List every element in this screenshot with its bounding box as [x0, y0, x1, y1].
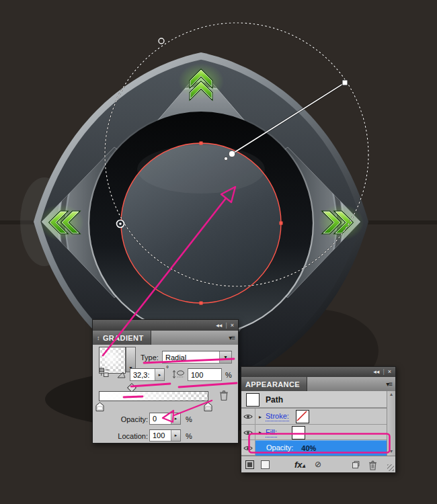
duplicate-item-icon[interactable]	[352, 460, 360, 469]
stop-location-value: 100	[150, 431, 171, 439]
stop-opacity-field[interactable]: 0 ▸	[149, 413, 181, 425]
location-stepper-icon[interactable]: ▸	[171, 430, 180, 441]
reverse-gradient-icon[interactable]	[99, 368, 110, 378]
fill-visibility-toggle[interactable]	[241, 425, 255, 440]
opacity-link[interactable]: Opacity:	[266, 444, 293, 453]
angle-icon	[117, 372, 126, 378]
appearance-panel: ◂◂ | × APPEARANCE ▾≡ Path	[241, 366, 396, 472]
fill-expander-icon[interactable]: ▸	[259, 429, 262, 435]
fx-label: fx	[294, 460, 303, 470]
stop-location-field[interactable]: 100 ▸	[149, 429, 181, 442]
spread-top-handle[interactable]	[159, 38, 164, 44]
tab-appearance[interactable]: APPEARANCE	[241, 377, 307, 391]
path-thumbnail	[246, 393, 260, 407]
type-value: Radial	[163, 353, 219, 362]
path-item-label: Path	[266, 395, 283, 405]
appearance-panel-title: APPEARANCE	[245, 380, 300, 388]
add-new-fill-icon[interactable]	[261, 460, 270, 469]
stop-opacity-value: 0	[150, 415, 171, 423]
type-select[interactable]: Radial ▾	[162, 351, 232, 364]
eye-icon	[243, 429, 253, 436]
appearance-row-fill[interactable]: ▸ Fill:	[241, 425, 395, 440]
center-circle-sheen	[137, 145, 265, 194]
scroll-down-icon[interactable]: ▾	[387, 448, 395, 454]
opacity-selected-row[interactable]: Opacity: 40%	[255, 440, 387, 456]
fill-link[interactable]: Fill:	[266, 428, 277, 437]
stroke-expander-icon[interactable]: ▸	[259, 414, 262, 420]
collapse-panel-icon[interactable]: ◂◂	[373, 369, 379, 375]
appearance-row-stroke[interactable]: ▸ Stroke:	[241, 409, 395, 425]
appearance-toolbar: fx▴ ⊘	[241, 456, 395, 472]
eye-icon	[243, 413, 253, 420]
type-label: Type:	[141, 353, 159, 362]
angle-value: 32,3:	[130, 371, 155, 379]
appearance-panel-tabs: APPEARANCE ▾≡	[241, 377, 396, 391]
angle-stepper-icon[interactable]: ▸	[155, 369, 164, 380]
percent-symbol: %	[186, 415, 192, 423]
gradient-stop-left[interactable]	[95, 402, 104, 412]
stop-opacity-label: Opacity:	[113, 415, 148, 423]
panel-resize-grip[interactable]	[387, 464, 394, 471]
titlebar-divider: |	[383, 369, 384, 375]
stroke-swatch-none[interactable]	[296, 410, 309, 423]
panel-menu-icon[interactable]: ▾≡	[386, 380, 392, 388]
aspect-ratio-field[interactable]: 100	[188, 368, 222, 381]
aspect-ratio-icon	[172, 370, 186, 379]
tab-gradient[interactable]: ↕ GRADIENT	[93, 331, 151, 345]
appearance-scrollbar[interactable]: ▴ ▾	[387, 391, 395, 456]
gradient-panel-titlebar: ◂◂ | ×	[92, 319, 239, 331]
stroke-visibility-toggle[interactable]	[241, 409, 255, 425]
no-stroke-icon	[296, 411, 307, 421]
gradient-end-handle[interactable]	[342, 80, 348, 85]
close-panel-icon[interactable]: ×	[388, 369, 391, 375]
gradient-panel: ◂◂ | × ↕ GRADIENT ▾≡ ▾ Type: Radial ▾	[92, 319, 239, 444]
appearance-list: Path ▸ Stroke:	[241, 391, 395, 456]
percent-symbol: %	[225, 371, 232, 379]
opacity-stepper-icon[interactable]: ▸	[171, 413, 180, 424]
stop-location-label: Location:	[108, 432, 148, 440]
fill-swatch-transparent[interactable]	[292, 426, 305, 439]
percent-symbol: %	[186, 432, 192, 440]
gradient-origin-handle[interactable]	[229, 151, 235, 157]
angle-field[interactable]: 32,3: ▸	[130, 368, 165, 381]
appearance-panel-body: Path ▸ Stroke:	[241, 391, 396, 472]
gradient-panel-title: GRADIENT	[103, 334, 144, 342]
appearance-panel-titlebar: ◂◂ | ×	[241, 366, 396, 377]
add-new-effect-icon[interactable]: fx▴	[294, 460, 305, 469]
type-dropdown-icon[interactable]: ▾	[219, 351, 231, 363]
right-shadow-seam	[366, 220, 437, 224]
collapse-panel-icon[interactable]: ◂◂	[216, 323, 222, 329]
gradient-slider[interactable]	[99, 391, 208, 401]
gradient-panel-body: ▾ Type: Radial ▾ 32,3: ▸ °	[92, 345, 239, 444]
appearance-row-opacity[interactable]: Opacity: 40%	[241, 440, 395, 456]
gradient-origin-dot[interactable]	[224, 157, 227, 160]
add-new-stroke-icon[interactable]	[245, 460, 254, 469]
scroll-up-icon[interactable]: ▴	[387, 391, 395, 397]
degree-symbol: °	[166, 365, 169, 372]
gradient-panel-tabs: ↕ GRADIENT ▾≡	[92, 331, 239, 345]
tab-strip: ▾≡	[151, 331, 238, 345]
aspect-ratio-value: 100	[188, 371, 221, 379]
gradient-focal-dot	[119, 222, 122, 225]
tab-toggle-icon: ↕	[97, 335, 100, 341]
titlebar-divider: |	[225, 323, 227, 329]
clear-appearance-icon[interactable]: ⊘	[315, 460, 321, 468]
panel-menu-icon[interactable]: ▾≡	[229, 334, 235, 341]
stroke-link[interactable]: Stroke:	[266, 412, 289, 421]
delete-item-trash-icon[interactable]	[368, 460, 377, 470]
delete-stop-trash-icon[interactable]	[219, 390, 229, 401]
gradient-stop-right[interactable]	[204, 402, 212, 412]
illustrator-canvas: ◂◂ | × ↕ GRADIENT ▾≡ ▾ Type: Radial ▾	[0, 0, 437, 504]
appearance-row-path[interactable]: Path	[241, 391, 395, 409]
eye-icon	[243, 445, 253, 452]
opacity-value: 40%	[301, 444, 316, 452]
tab-strip: ▾≡	[307, 377, 395, 391]
close-panel-icon[interactable]: ×	[231, 323, 234, 329]
opacity-visibility-toggle[interactable]	[241, 440, 255, 456]
